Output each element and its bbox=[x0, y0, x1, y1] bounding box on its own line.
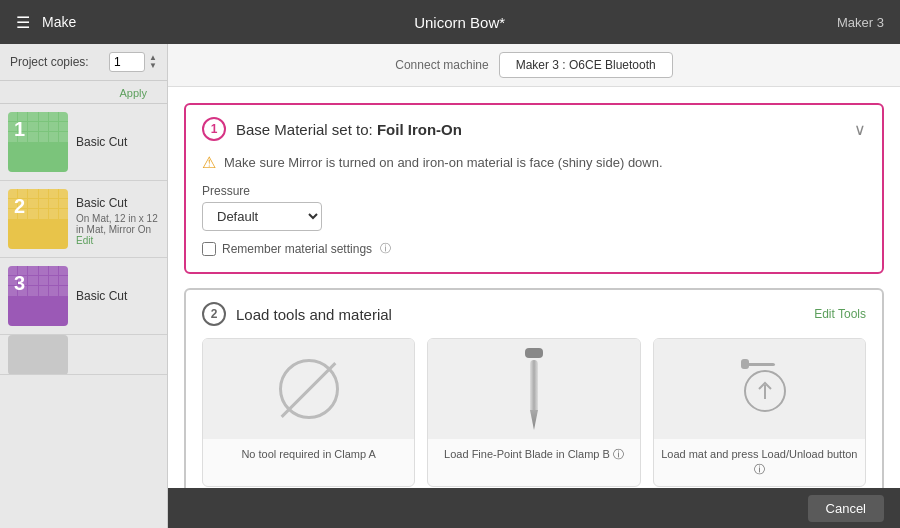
sidebar-item-info-2: Basic Cut On Mat, 12 in x 12 in Mat, Mir… bbox=[76, 193, 159, 246]
tool-label-load-mat: Load mat and press Load/Unload button ⓘ bbox=[654, 439, 865, 486]
sidebar-item-label-2: Basic Cut bbox=[76, 196, 127, 210]
apply-button[interactable]: Apply bbox=[109, 85, 157, 101]
sidebar-controls: Project copies: ▲ ▼ bbox=[0, 44, 167, 81]
make-label: Make bbox=[42, 14, 76, 30]
step1-body: ⚠ Make sure Mirror is turned on and iron… bbox=[186, 153, 882, 272]
warning-row: ⚠ Make sure Mirror is turned on and iron… bbox=[202, 153, 866, 172]
blade-shaft bbox=[530, 360, 538, 410]
step1-number: 1 bbox=[202, 117, 226, 141]
spinner-down[interactable]: ▼ bbox=[149, 62, 157, 70]
step1-block: 1 Base Material set to: Foil Iron-On ∨ ⚠… bbox=[184, 103, 884, 274]
pressure-select[interactable]: Default More Less bbox=[202, 202, 322, 231]
no-tool-icon bbox=[279, 359, 339, 419]
step1-title: Base Material set to: Foil Iron-On bbox=[236, 121, 854, 138]
copies-spinner: ▲ ▼ bbox=[149, 54, 157, 70]
connect-bar: Connect machine Maker 3 : O6CE Bluetooth bbox=[168, 44, 900, 87]
pressure-label: Pressure bbox=[202, 184, 866, 198]
sidebar-item-4[interactable] bbox=[0, 335, 167, 375]
cancel-button[interactable]: Cancel bbox=[808, 495, 884, 522]
tool-image-no-tool bbox=[203, 339, 414, 439]
thumb-4 bbox=[8, 335, 68, 375]
thumb-1: 1 bbox=[8, 112, 68, 172]
sidebar: Project copies: ▲ ▼ Apply 1 bbox=[0, 44, 168, 528]
blade-icon bbox=[525, 348, 543, 430]
thumb-number-3: 3 bbox=[14, 272, 25, 295]
main-layout: Project copies: ▲ ▼ Apply 1 bbox=[0, 44, 900, 528]
connect-button[interactable]: Maker 3 : O6CE Bluetooth bbox=[499, 52, 673, 78]
tool-image-load-mat bbox=[654, 339, 865, 439]
warning-text: Make sure Mirror is turned on and iron-o… bbox=[224, 155, 663, 170]
blade-cap bbox=[525, 348, 543, 358]
warning-icon: ⚠ bbox=[202, 153, 216, 172]
project-copies-label: Project copies: bbox=[10, 55, 109, 69]
tool-card-blade: Load Fine-Point Blade in Clamp B ⓘ bbox=[427, 338, 640, 487]
thumb-number-1: 1 bbox=[14, 118, 25, 141]
step2-header: 2 Load tools and material Edit Tools bbox=[186, 290, 882, 338]
sidebar-item-label-3: Basic Cut bbox=[76, 289, 127, 303]
tool-label-blade: Load Fine-Point Blade in Clamp B ⓘ bbox=[438, 439, 630, 470]
blade-tip bbox=[530, 410, 538, 430]
sidebar-list: 1 Basic Cut 2 bbox=[0, 104, 167, 528]
sidebar-item-meta-2: On Mat, 12 in x 12 in Mat, Mirror On bbox=[76, 213, 159, 235]
app-title: Unicorn Bow* bbox=[82, 14, 837, 31]
step1-title-prefix: Base Material set to: bbox=[236, 121, 377, 138]
thumb-3: 3 bbox=[8, 266, 68, 326]
remember-info-icon: ⓘ bbox=[380, 241, 391, 256]
top-bar: ☰ Make Unicorn Bow* Maker 3 bbox=[0, 0, 900, 44]
svg-rect-2 bbox=[741, 359, 749, 369]
step1-chevron[interactable]: ∨ bbox=[854, 120, 866, 139]
svg-rect-1 bbox=[747, 363, 775, 366]
thumb-2: 2 bbox=[8, 189, 68, 249]
step2-block: 2 Load tools and material Edit Tools No … bbox=[184, 288, 884, 488]
sidebar-item-label-1: Basic Cut bbox=[76, 135, 127, 149]
bottom-bar: Cancel bbox=[168, 488, 900, 528]
tool-image-blade bbox=[428, 339, 639, 439]
remember-checkbox[interactable] bbox=[202, 242, 216, 256]
pressure-select-wrapper: Default More Less bbox=[202, 202, 866, 231]
sidebar-item-edit-2[interactable]: Edit bbox=[76, 235, 159, 246]
tool-card-load-mat: Load mat and press Load/Unload button ⓘ bbox=[653, 338, 866, 487]
machine-name: Maker 3 bbox=[837, 15, 884, 30]
sidebar-item-1[interactable]: 1 Basic Cut bbox=[0, 104, 167, 181]
step2-title: Load tools and material bbox=[236, 306, 804, 323]
tool-card-no-tool: No tool required in Clamp A bbox=[202, 338, 415, 487]
edit-tools-link[interactable]: Edit Tools bbox=[814, 307, 866, 321]
remember-settings-row: Remember material settings ⓘ bbox=[202, 241, 866, 256]
sidebar-item-2[interactable]: 2 Basic Cut On Mat, 12 in x 12 in Mat, M… bbox=[0, 181, 167, 258]
remember-label: Remember material settings bbox=[222, 242, 372, 256]
thumb-number-2: 2 bbox=[14, 195, 25, 218]
tool-label-no-tool: No tool required in Clamp A bbox=[235, 439, 382, 470]
menu-icon[interactable]: ☰ bbox=[16, 13, 30, 32]
step2-number: 2 bbox=[202, 302, 226, 326]
steps-container: 1 Base Material set to: Foil Iron-On ∨ ⚠… bbox=[168, 87, 900, 488]
content-area: Connect machine Maker 3 : O6CE Bluetooth… bbox=[168, 44, 900, 528]
load-mat-svg bbox=[719, 349, 799, 429]
project-copies-input[interactable] bbox=[109, 52, 145, 72]
load-mat-container bbox=[719, 349, 799, 429]
connect-label: Connect machine bbox=[395, 58, 488, 72]
sidebar-item-3[interactable]: 3 Basic Cut bbox=[0, 258, 167, 335]
tools-row: No tool required in Clamp A bbox=[186, 338, 882, 488]
step1-header: 1 Base Material set to: Foil Iron-On ∨ bbox=[186, 105, 882, 153]
step1-material: Foil Iron-On bbox=[377, 121, 462, 138]
